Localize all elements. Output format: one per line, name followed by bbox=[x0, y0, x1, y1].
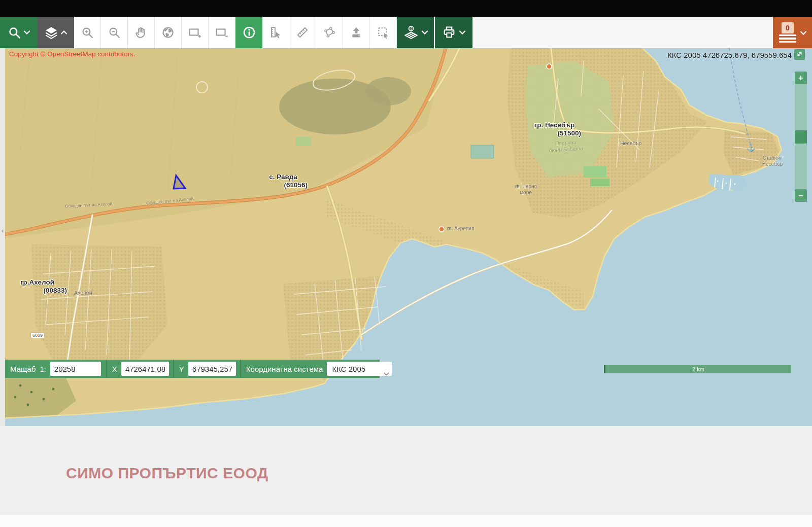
crs-select[interactable]: ККС 2005 bbox=[327, 362, 392, 376]
zoom-in-map-button[interactable]: + bbox=[795, 72, 807, 84]
panel-collapse-toggle[interactable]: ‹ bbox=[0, 227, 5, 234]
scale-bar-label: 2 km bbox=[692, 366, 704, 372]
crs-label: Координатна система bbox=[246, 365, 323, 373]
print-button[interactable] bbox=[435, 17, 472, 48]
polygon-icon bbox=[323, 26, 336, 39]
label-aheloy: гр.Ахелой (00833) bbox=[20, 278, 67, 295]
upload-button[interactable] bbox=[343, 17, 370, 48]
globe-icon bbox=[161, 26, 175, 39]
identify-layers-icon bbox=[403, 25, 419, 40]
side-panel-strip: ‹ bbox=[0, 48, 5, 426]
orders-menu-button[interactable]: 0 bbox=[773, 17, 812, 48]
zoom-rect-out-button[interactable] bbox=[209, 17, 235, 48]
label-aurelia: кв. Аурелия bbox=[447, 226, 474, 231]
chevron-down-icon bbox=[422, 30, 428, 34]
select-region-button[interactable] bbox=[370, 17, 397, 48]
expand-icon bbox=[796, 50, 803, 59]
scale-section: Мащаб 1: bbox=[5, 360, 106, 378]
x-section: X bbox=[107, 360, 173, 378]
zoom-in-icon bbox=[81, 26, 94, 39]
scale-input[interactable] bbox=[50, 362, 101, 376]
label-aheloy-minor: Ахелой bbox=[74, 290, 92, 296]
chevron-down-icon bbox=[24, 30, 30, 34]
full-extent-button[interactable] bbox=[155, 17, 182, 48]
y-label: Y bbox=[179, 365, 184, 373]
upload-icon bbox=[350, 26, 363, 39]
app-window: 0 bbox=[0, 0, 812, 527]
rect-minus-icon bbox=[215, 26, 228, 39]
label-ravda-name: с. Равда bbox=[258, 173, 309, 181]
x-label: X bbox=[112, 365, 117, 373]
orders-count-badge: 0 bbox=[782, 22, 794, 33]
x-coordinate-input[interactable] bbox=[121, 362, 169, 376]
label-aheloy-code: (00833) bbox=[20, 287, 67, 295]
zoom-rect-in-button[interactable] bbox=[182, 17, 209, 48]
expand-coordinates-button[interactable] bbox=[794, 49, 805, 60]
zoom-in-button[interactable] bbox=[74, 17, 101, 48]
scale-label: Мащаб bbox=[10, 365, 36, 373]
print-icon bbox=[442, 25, 456, 40]
bottom-white-strip bbox=[0, 515, 812, 527]
rect-plus-icon bbox=[188, 26, 201, 39]
label-dunes: Пясъчни дюни Бабата bbox=[547, 138, 585, 154]
label-ravda-code: (61056) bbox=[258, 181, 309, 189]
label-ravda: с. Равда (61056) bbox=[258, 173, 309, 189]
crs-selected-value: ККС 2005 bbox=[332, 365, 365, 373]
search-icon bbox=[8, 26, 21, 39]
label-aheloy-name: гр.Ахелой bbox=[20, 278, 67, 287]
map-status-bar: Мащаб 1: X Y Координатна система ККС 200… bbox=[5, 360, 380, 378]
chevron-down-icon bbox=[800, 28, 806, 37]
zoom-slider-widget: + − bbox=[795, 72, 807, 202]
cursor-coordinates-readout: ККС 2005 4726725.679, 679559.654 bbox=[667, 51, 792, 59]
company-title: СИМО ПРОПЪРТИС ЕООД bbox=[66, 465, 268, 482]
map-copyright: Copyright © OpenStreetMap contributors. bbox=[9, 50, 136, 58]
measure-area-button[interactable] bbox=[316, 17, 343, 48]
zoom-out-icon bbox=[108, 26, 121, 39]
ruler-icon bbox=[296, 26, 309, 39]
zoom-out-button[interactable] bbox=[101, 17, 128, 48]
zoom-out-map-button[interactable]: − bbox=[795, 189, 807, 202]
crs-section: Координатна система ККС 2005 bbox=[241, 360, 397, 378]
label-cherno-more: кв. Черно море bbox=[509, 184, 543, 196]
y-section: Y bbox=[174, 360, 240, 378]
chevron-down-icon bbox=[384, 369, 389, 376]
measure-parcel-button[interactable] bbox=[262, 17, 289, 48]
measure-distance-button[interactable] bbox=[289, 17, 316, 48]
label-nesebar-minor: Несебър bbox=[620, 140, 641, 146]
zoom-slider-handle[interactable] bbox=[795, 130, 807, 144]
identify-layers-button[interactable] bbox=[397, 17, 434, 48]
pan-button[interactable] bbox=[128, 17, 155, 48]
browser-black-bar bbox=[0, 0, 812, 17]
ruler-cursor-icon bbox=[269, 26, 282, 39]
list-badge-icon: 0 bbox=[779, 21, 797, 44]
chevron-down-icon bbox=[459, 30, 465, 34]
label-nesebar: гр. Несебър (51500) bbox=[528, 121, 581, 137]
layers-icon bbox=[45, 26, 58, 39]
zoom-slider-track[interactable] bbox=[795, 84, 807, 189]
scale-bar: 2 km bbox=[604, 365, 791, 373]
layers-button[interactable] bbox=[37, 17, 74, 48]
hand-icon bbox=[134, 26, 148, 39]
label-old-town: Старият Несебър bbox=[756, 155, 789, 167]
y-coordinate-input[interactable] bbox=[188, 362, 236, 376]
info-icon bbox=[242, 25, 256, 40]
anchor-icon: ⚓ bbox=[747, 144, 755, 152]
label-nesebar-name: гр. Несебър bbox=[528, 121, 581, 129]
map-toolbar: 0 bbox=[0, 17, 812, 48]
search-button[interactable] bbox=[0, 17, 37, 48]
label-nesebar-code: (51500) bbox=[528, 129, 581, 137]
chevron-up-icon bbox=[61, 30, 67, 34]
toolbar-spacer bbox=[472, 17, 773, 48]
label-road-ref: 6009 bbox=[30, 332, 45, 338]
info-button[interactable] bbox=[235, 17, 262, 48]
selection-rect-icon bbox=[377, 26, 390, 39]
scale-prefix: 1: bbox=[40, 365, 46, 373]
